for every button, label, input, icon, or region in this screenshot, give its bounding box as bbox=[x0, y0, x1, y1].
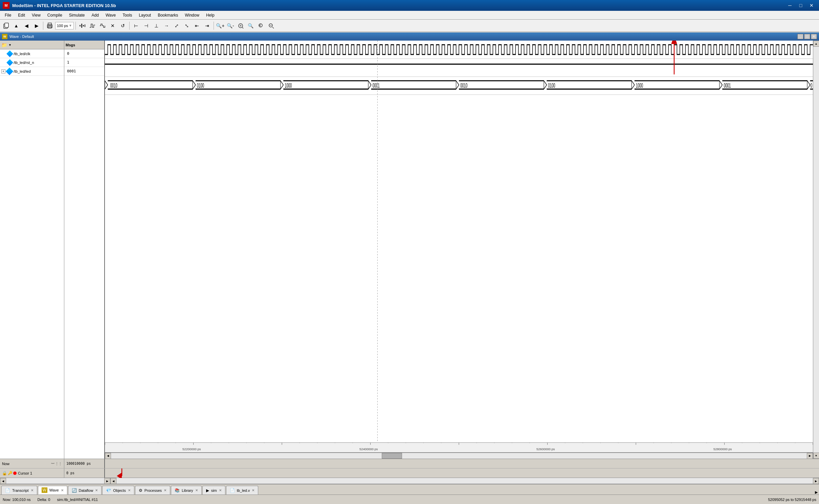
tab-tb-led[interactable]: 📄 tb_led.v ✕ bbox=[226, 486, 259, 495]
menu-compile[interactable]: Compile bbox=[44, 11, 66, 19]
svg-marker-45 bbox=[632, 81, 634, 89]
signal-row-rstn[interactable]: /tb_led/rst_n bbox=[0, 58, 64, 67]
tab-objects[interactable]: 💎 Objects ✕ bbox=[102, 486, 134, 495]
tb-led-tab-close[interactable]: ✕ bbox=[252, 488, 254, 492]
tb-led-tab-icon: 📄 bbox=[230, 488, 235, 493]
close-button[interactable]: ✕ bbox=[807, 2, 816, 9]
toolbar-cursor-btn6[interactable]: ⤡ bbox=[182, 21, 192, 30]
menu-file[interactable]: File bbox=[1, 11, 15, 19]
wave-restore-btn[interactable]: □ bbox=[804, 34, 810, 39]
svg-text:1000: 1000 bbox=[636, 82, 643, 89]
menu-simulate[interactable]: Simulate bbox=[66, 11, 88, 19]
tab-sim[interactable]: ▶ sim ✕ bbox=[202, 486, 225, 495]
toolbar-cursor-btn7[interactable]: ⇤ bbox=[192, 21, 202, 30]
tab-scroll-right[interactable]: ▶ bbox=[815, 490, 818, 495]
time-input[interactable]: 100 ps ▼ bbox=[55, 22, 74, 29]
tab-wave[interactable]: W Wave ✕ bbox=[38, 486, 67, 495]
tab-library[interactable]: 📚 Library ✕ bbox=[171, 486, 202, 495]
tab-dataflow[interactable]: 🔄 Dataflow ✕ bbox=[68, 486, 102, 495]
toolbar-copy-btn[interactable] bbox=[1, 21, 11, 30]
library-tab-close[interactable]: ✕ bbox=[195, 488, 198, 492]
menu-bookmarks[interactable]: Bookmarks bbox=[154, 11, 181, 19]
h-scroll-thumb[interactable] bbox=[382, 453, 402, 459]
menu-help[interactable]: Help bbox=[203, 11, 218, 19]
processes-tab-close[interactable]: ✕ bbox=[164, 488, 167, 492]
expand-btn-led[interactable]: + bbox=[1, 69, 5, 73]
toolbar-delete-btn[interactable]: ✕ bbox=[108, 21, 117, 30]
toolbar-print-btn[interactable] bbox=[45, 21, 54, 30]
wave-minimize-btn[interactable]: _ bbox=[797, 34, 803, 39]
dataflow-tab-label: Dataflow bbox=[79, 488, 93, 492]
v-scroll-up-btn[interactable]: ▲ bbox=[813, 41, 819, 47]
svg-rect-8 bbox=[85, 24, 85, 27]
tb-led-tab-label: tb_led.v bbox=[237, 488, 250, 492]
menu-wave[interactable]: Wave bbox=[102, 11, 119, 19]
v-scroll-track[interactable] bbox=[813, 47, 819, 453]
wf-scroll-right[interactable]: ▶ bbox=[813, 478, 819, 484]
transcript-tab-close[interactable]: ✕ bbox=[31, 488, 34, 492]
toolbar-cursor-btn4[interactable]: → bbox=[162, 21, 171, 30]
toolbar-refresh-btn[interactable]: ↺ bbox=[118, 21, 128, 30]
h-scroll-right-btn[interactable]: ▶ bbox=[807, 453, 813, 459]
left-panel-scroll-left[interactable]: ◀ bbox=[0, 478, 6, 484]
wf-scroll-track-2[interactable] bbox=[116, 478, 813, 484]
dataflow-tab-close[interactable]: ✕ bbox=[95, 488, 98, 492]
svg-rect-7 bbox=[83, 25, 84, 26]
toolbar-zoom-sel[interactable]: 🔍 bbox=[246, 21, 256, 30]
menu-layout[interactable]: Layout bbox=[135, 11, 154, 19]
wave-window: W Wave - Default _ □ ✕ 📁 ▼ bbox=[0, 32, 819, 484]
menu-tools[interactable]: Tools bbox=[119, 11, 135, 19]
menu-window[interactable]: Window bbox=[181, 11, 203, 19]
wave-close-btn[interactable]: ✕ bbox=[811, 34, 817, 39]
tab-transcript[interactable]: 📄 Transcript ✕ bbox=[1, 486, 37, 495]
menu-view[interactable]: View bbox=[28, 11, 44, 19]
signal-row-clk[interactable]: /tb_led/clk bbox=[0, 49, 64, 58]
toolbar-back-btn[interactable]: ◀ bbox=[22, 21, 31, 30]
toolbar-cursor-btn8[interactable]: ⇥ bbox=[202, 21, 212, 30]
toolbar-cursor-btn3[interactable]: ⊥ bbox=[152, 21, 161, 30]
toolbar-wave-btn3[interactable] bbox=[98, 21, 107, 30]
menu-edit[interactable]: Edit bbox=[15, 11, 28, 19]
toolbar-wave-btn2[interactable] bbox=[88, 21, 97, 30]
signal-icon-clk bbox=[6, 50, 13, 57]
toolbar-cursor-btn1[interactable]: ⊢ bbox=[131, 21, 141, 30]
wave-tab-icon: W bbox=[42, 487, 47, 493]
objects-tab-close[interactable]: ✕ bbox=[128, 488, 131, 492]
toolbar-find-btn[interactable] bbox=[266, 21, 276, 30]
svg-text:52400000 ps: 52400000 ps bbox=[359, 448, 378, 451]
svg-text:0100: 0100 bbox=[197, 82, 204, 89]
toolbar-zoom-in[interactable]: 🔍+ bbox=[216, 21, 225, 30]
toolbar-up-btn[interactable]: ▲ bbox=[12, 21, 21, 30]
minimize-button[interactable]: ─ bbox=[785, 2, 795, 9]
v-scroll-down-btn[interactable]: ▼ bbox=[813, 453, 819, 459]
wave-tab-close[interactable]: ✕ bbox=[61, 488, 64, 492]
toolbar-zoom-out[interactable]: 🔍- bbox=[226, 21, 235, 30]
cursor-value: 0 ps bbox=[66, 471, 74, 475]
wave-window-title: Wave - Default bbox=[9, 35, 34, 39]
sim-tab-label: sim bbox=[211, 488, 217, 492]
svg-line-10 bbox=[242, 27, 243, 28]
cursor-wave-area bbox=[105, 468, 819, 478]
h-scroll-left-btn[interactable]: ◀ bbox=[105, 453, 111, 459]
menu-add[interactable]: Add bbox=[88, 11, 102, 19]
wf-scroll-left[interactable]: ◀ bbox=[110, 478, 116, 484]
tab-processes[interactable]: ⚙ Processes ✕ bbox=[135, 486, 170, 495]
time-dropdown-icon[interactable]: ▼ bbox=[69, 24, 72, 27]
toolbar-cursor-btn2[interactable]: ⊣ bbox=[141, 21, 151, 30]
left-panel-scroll-track[interactable] bbox=[6, 478, 104, 484]
h-scroll-track[interactable] bbox=[111, 453, 807, 459]
toolbar-cursor-btn5[interactable]: ⤢ bbox=[172, 21, 181, 30]
cursor-arrow-svg bbox=[105, 468, 139, 478]
signal-row-led[interactable]: + /tb_led/led bbox=[0, 67, 64, 76]
sim-tab-close[interactable]: ✕ bbox=[219, 488, 222, 492]
left-panel-scroll-right[interactable]: ▶ bbox=[104, 478, 110, 484]
toolbar-fwd-btn[interactable]: ▶ bbox=[32, 21, 41, 30]
maximize-button[interactable]: □ bbox=[796, 2, 805, 9]
toolbar-zoom-fit[interactable] bbox=[236, 21, 245, 30]
dropdown-arrow[interactable]: ▼ bbox=[8, 43, 12, 47]
now-label-area: Now 〰 ⋮⋮ bbox=[0, 459, 64, 468]
toolbar-wave-btn1[interactable] bbox=[78, 21, 87, 30]
toolbar-zoom-prev[interactable] bbox=[256, 21, 266, 30]
tab-bar: 📄 Transcript ✕ W Wave ✕ 🔄 Dataflow ✕ 💎 O… bbox=[0, 484, 819, 495]
status-now: Now: 100,010 ns bbox=[3, 498, 31, 502]
